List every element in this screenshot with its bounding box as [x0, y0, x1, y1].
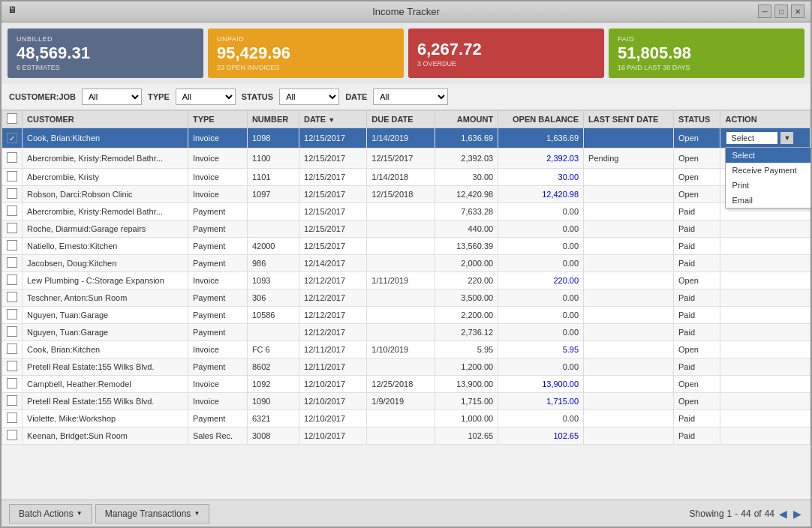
action-cell[interactable] — [720, 255, 810, 272]
row-checkbox-cell[interactable] — [2, 393, 23, 410]
date-cell: 12/15/2017 — [299, 169, 367, 186]
col-header-last-sent[interactable]: LAST SENT DATE — [584, 111, 674, 128]
row-checkbox[interactable] — [7, 240, 17, 250]
action-select-container[interactable]: Select▼SelectReceive PaymentPrintEmail — [725, 130, 805, 146]
col-header-type[interactable]: TYPE — [188, 111, 247, 128]
row-checkbox-cell[interactable] — [2, 255, 23, 272]
action-cell[interactable] — [720, 307, 810, 324]
next-page-button[interactable]: ▶ — [792, 508, 803, 520]
sort-arrow-date: ▼ — [328, 116, 335, 124]
row-checkbox-cell[interactable] — [2, 376, 23, 393]
amount-cell: 1,000.00 — [435, 410, 498, 428]
action-select-button[interactable]: Select — [725, 130, 779, 146]
paid-card[interactable]: PAID 51,805.98 16 PAID LAST 30 DAYS — [609, 28, 804, 78]
action-cell[interactable] — [720, 290, 810, 307]
overdue-card[interactable]: 6,267.72 3 OVERDUE — [408, 28, 604, 78]
col-header-number[interactable]: NUMBER — [247, 111, 299, 128]
row-checkbox-cell[interactable] — [2, 307, 23, 324]
restore-button[interactable]: □ — [774, 4, 788, 18]
row-checkbox-cell[interactable] — [2, 238, 23, 255]
action-cell[interactable] — [720, 341, 810, 358]
row-checkbox-cell[interactable] — [2, 272, 23, 290]
col-header-amount[interactable]: AMOUNT — [435, 111, 498, 128]
dropdown-option[interactable]: Print — [726, 178, 810, 193]
type-filter-select[interactable]: All — [176, 88, 236, 105]
batch-actions-button[interactable]: Batch Actions ▼ — [9, 504, 92, 524]
col-header-due-date[interactable]: DUE DATE — [367, 111, 435, 128]
row-checkbox-cell[interactable] — [2, 358, 23, 376]
row-checkbox[interactable] — [7, 223, 17, 233]
customer-filter-select[interactable]: All — [82, 88, 142, 105]
date-filter-select[interactable]: All — [373, 88, 448, 105]
dropdown-option[interactable]: Receive Payment — [726, 163, 810, 178]
table-row: Jacobsen, Doug:KitchenPayment98612/14/20… — [2, 255, 810, 272]
amount-cell: 2,736.12 — [435, 324, 498, 341]
status-cell: Open — [673, 376, 720, 393]
row-checkbox[interactable] — [7, 344, 17, 354]
row-checkbox-cell[interactable] — [2, 428, 23, 445]
action-cell[interactable] — [720, 220, 810, 238]
action-cell[interactable] — [720, 410, 810, 428]
row-checkbox-cell[interactable] — [2, 410, 23, 428]
row-checkbox[interactable] — [7, 412, 17, 423]
number-cell: 10586 — [247, 307, 299, 324]
status-cell: Paid — [673, 428, 720, 445]
row-checkbox[interactable] — [7, 206, 17, 216]
row-checkbox[interactable] — [7, 257, 17, 268]
row-checkbox-cell[interactable] — [2, 324, 23, 341]
prev-page-button[interactable]: ◀ — [777, 508, 789, 520]
minimize-button[interactable]: ─ — [758, 4, 771, 18]
inline-dropdown-menu[interactable]: SelectReceive PaymentPrintEmail — [725, 147, 810, 208]
table-wrapper[interactable]: CUSTOMER TYPE NUMBER DATE ▼ DUE DATE AMO… — [2, 110, 810, 500]
row-checkbox[interactable] — [7, 171, 17, 182]
col-header-open-balance[interactable]: OPEN BALANCE — [498, 111, 584, 128]
unpaid-card[interactable]: UNPAID 95,429.96 23 OPEN INVOICES — [208, 28, 404, 78]
row-checkbox-cell[interactable] — [2, 290, 23, 307]
row-checkbox[interactable] — [7, 361, 17, 371]
action-cell[interactable] — [720, 428, 810, 445]
col-header-customer[interactable]: CUSTOMER — [23, 111, 188, 128]
open-balance-cell: 0.00 — [498, 203, 584, 220]
action-cell[interactable] — [720, 358, 810, 376]
action-cell[interactable] — [720, 393, 810, 410]
row-checkbox[interactable] — [7, 274, 17, 285]
row-checkbox[interactable] — [7, 292, 17, 302]
action-cell[interactable] — [720, 376, 810, 393]
row-checkbox[interactable] — [7, 326, 17, 337]
overdue-amount: 6,267.72 — [417, 40, 595, 58]
select-all-checkbox[interactable] — [7, 113, 17, 124]
select-all-header[interactable] — [2, 111, 23, 128]
row-checkbox[interactable] — [7, 152, 17, 163]
dropdown-option[interactable]: Email — [726, 193, 810, 208]
row-checkbox-cell[interactable] — [2, 169, 23, 186]
row-checkbox-cell[interactable] — [2, 148, 23, 169]
row-checkbox-cell[interactable] — [2, 341, 23, 358]
number-cell: 1090 — [247, 393, 299, 410]
amount-cell: 30.00 — [435, 169, 498, 186]
row-checkbox-cell[interactable] — [2, 128, 23, 148]
row-checkbox-cell[interactable] — [2, 203, 23, 220]
action-cell[interactable] — [720, 324, 810, 341]
row-checkbox[interactable] — [7, 430, 17, 440]
manage-transactions-button[interactable]: Manage Transactions ▼ — [95, 504, 210, 524]
row-checkbox[interactable] — [7, 309, 17, 320]
row-checkbox[interactable] — [7, 133, 17, 143]
action-select-arrow-icon[interactable]: ▼ — [779, 130, 795, 146]
col-header-status[interactable]: STATUS — [673, 111, 720, 128]
col-header-date[interactable]: DATE ▼ — [299, 111, 367, 128]
dropdown-option[interactable]: Select — [726, 148, 810, 163]
action-cell[interactable]: Select▼SelectReceive PaymentPrintEmail — [720, 128, 810, 148]
action-cell[interactable] — [720, 238, 810, 255]
last-sent-cell — [584, 290, 674, 307]
row-checkbox-cell[interactable] — [2, 186, 23, 203]
status-filter-select[interactable]: All — [279, 88, 339, 105]
row-checkbox[interactable] — [7, 188, 17, 199]
unbilled-card[interactable]: UNBILLED 48,569.31 6 ESTIMATES — [8, 28, 203, 78]
row-checkbox[interactable] — [7, 378, 17, 388]
table-row: Campbell, Heather:RemodelInvoice109212/1… — [2, 376, 810, 393]
close-button[interactable]: ✕ — [791, 4, 804, 18]
row-checkbox-cell[interactable] — [2, 220, 23, 238]
footer-bar: Batch Actions ▼ Manage Transactions ▼ Sh… — [2, 500, 810, 526]
action-cell[interactable] — [720, 272, 810, 290]
row-checkbox[interactable] — [7, 395, 17, 406]
